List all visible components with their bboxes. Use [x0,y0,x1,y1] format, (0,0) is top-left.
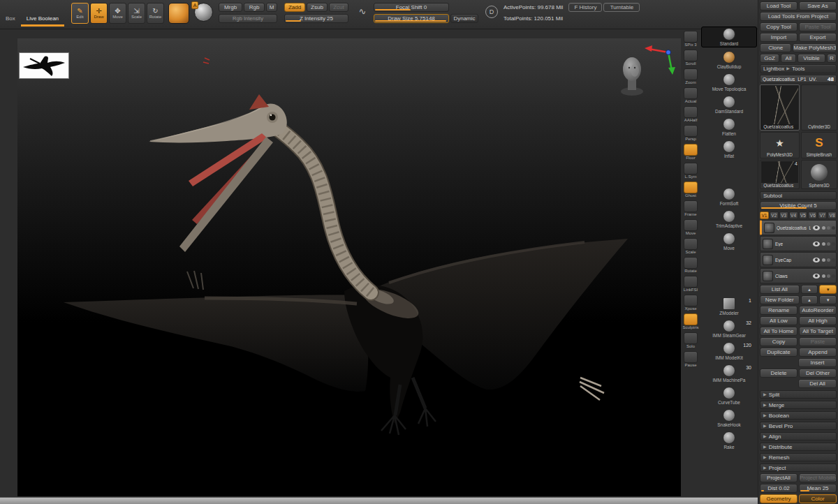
vtab-5[interactable]: V5 [799,212,808,219]
project-all-button[interactable]: ProjectAll [760,473,797,482]
brush-inflat[interactable]: Inflat [701,140,757,159]
folder-down-button[interactable]: ▼ [819,295,837,304]
tool-item-quetzalcoatlus-2[interactable]: 4 Quetzalcoatlus_ [760,160,800,189]
brush-move-topological[interactable]: Move Topologica [701,73,757,92]
shelf-rotate3d-button[interactable]: Rotate [682,257,699,274]
clone-button[interactable]: Clone [760,43,791,52]
brush-rake[interactable]: Rake [701,431,757,450]
visibility-eye-icon[interactable] [813,274,820,279]
visibility-eye-icon[interactable] [813,225,820,230]
subtool-down-button[interactable]: ▼ [819,285,837,294]
subtool-item-eyecap[interactable]: EyeCap [760,252,837,267]
edit-mode-button[interactable]: ✎ Edit [71,3,89,24]
export-button[interactable]: Export [799,33,837,42]
alpha-selector[interactable]: A [194,3,213,22]
turntable-button[interactable]: Turntable [603,3,640,12]
paste-button[interactable]: Paste [799,337,837,346]
color-toggle[interactable]: Color [799,494,837,503]
del-other-button[interactable]: Del Other [799,369,837,378]
snapshot-thumbnail[interactable] [19,52,69,79]
vtab-8[interactable]: V8 [828,212,837,219]
shelf-zoom-button[interactable]: Zoom [682,68,699,85]
rgb-button[interactable]: Rgb [244,3,265,12]
tool-item-cylinder3d[interactable]: Cylinder3D [801,84,837,131]
brush-standard[interactable]: Standard [701,27,757,47]
shelf-scroll-button[interactable]: Scroll [682,50,699,66]
scale-mode-button[interactable]: ⇲ Scale [128,3,145,24]
shelf-linkfsi-button[interactable]: LinkFSI [682,276,699,292]
brush-imm-modelkit[interactable]: 120IMM ModelKit [701,341,757,361]
goz-button[interactable]: GoZ [760,54,779,63]
autoreorder-button[interactable]: AutoReorder [799,306,837,315]
shelf-frame-button[interactable]: Frame [682,200,699,217]
align-section[interactable]: ▶Align [760,432,837,440]
draw-mode-button[interactable]: ✛ Draw [90,3,108,24]
load-tool-button[interactable]: Load Tool [760,1,797,10]
del-all-button[interactable]: Del All [798,379,837,388]
save-as-button[interactable]: Save As [799,1,837,10]
zadd-button[interactable]: Zadd [284,3,305,12]
shelf-persp-button[interactable]: Persp [682,125,699,142]
split-section[interactable]: ▶Split [760,390,837,399]
bevel-pro-section[interactable]: ▶Bevel Pro [760,422,837,430]
mean-slider[interactable]: Mean 25 [799,484,837,493]
subtool-section-header[interactable]: Subtool [760,191,837,200]
load-tools-from-project-button[interactable]: Load Tools From Project [760,12,837,21]
shelf-scale3d-button[interactable]: Scale [682,238,699,255]
brush-damstandard[interactable]: DamStandard [701,95,757,114]
subtool-option-dots-icon[interactable] [822,242,825,246]
rename-button[interactable]: Rename [760,306,797,315]
dynamic-button[interactable]: Dynamic [450,14,478,23]
subtool-up-button[interactable]: ▲ [801,285,818,294]
vtab-3[interactable]: V3 [779,212,788,219]
rgb-intensity-slider[interactable]: Rgb Intensity [219,14,277,23]
sculpt-canvas[interactable] [17,38,681,496]
project-mobility-button[interactable]: Project Mobility [799,473,837,482]
z-intensity-slider[interactable]: Z Intensity 25 [284,14,348,23]
boolean-section[interactable]: ▶Boolean [760,411,837,420]
remesh-section[interactable]: ▶Remesh [760,453,837,461]
subtool-option-dots-icon[interactable] [822,226,825,230]
import-button[interactable]: Import [760,33,797,42]
zcut-button[interactable]: Zcut [329,3,348,12]
subtool-item-claws[interactable]: Claws [760,268,837,283]
folder-up-button[interactable]: ▲ [801,295,818,304]
shelf-actual-button[interactable]: Actual [682,87,699,104]
shelf-solo-button[interactable]: Solo [682,332,699,349]
focal-shift-slider[interactable]: Focal Shift 0 [374,3,449,12]
f-history-button[interactable]: F History [568,3,602,12]
project-section[interactable]: ▶Project [760,464,837,472]
zsub-button[interactable]: Zsub [307,3,328,12]
append-button[interactable]: Append [799,348,837,357]
all-low-button[interactable]: All Low [760,316,797,325]
tab-live-boolean[interactable]: Live Boolean [21,0,64,27]
list-all-button[interactable]: List All [760,285,800,294]
material-swatch[interactable] [168,3,189,24]
vtab-2[interactable]: V2 [770,212,779,219]
paste-tool-button[interactable]: Paste Tool [799,22,837,31]
tool-item-quetzalcoatlus[interactable]: Quetzalcoatlus_ [760,84,800,131]
make-polymesh3d-button[interactable]: Make PolyMesh3D [793,43,837,52]
current-tool-title[interactable]: Quetzalcoatlus_LP1_UV. 48 [760,75,837,83]
new-folder-button[interactable]: New Folder [760,295,800,304]
brush-curvetube[interactable]: CurveTube [701,386,757,406]
copy-tool-button[interactable]: Copy Tool [760,22,797,31]
vtab-4[interactable]: V4 [789,212,798,219]
brush-imm-steamgear[interactable]: 32IMM SteamGear [701,319,757,339]
all-high-button[interactable]: All High [799,316,837,325]
brush-move[interactable]: Move [701,232,757,251]
quetzalcoatlus-model[interactable] [17,38,681,496]
draw-size-slider[interactable]: Draw Size 5.75148 [374,14,449,23]
visibility-eye-icon[interactable] [813,242,820,246]
geometry-toggle[interactable]: Geometry [760,494,797,503]
brush-snakehook[interactable]: SnakeHook [701,408,757,428]
vtab-6[interactable]: V6 [808,212,817,219]
goz-all-button[interactable]: All [781,54,796,63]
rotate-mode-button[interactable]: ↻ Rotate [147,3,164,24]
insert-button[interactable]: Insert [798,358,837,367]
all-to-target-button[interactable]: All To Target [799,327,837,336]
tool-item-sphere3d[interactable]: Sphere3D [801,160,837,189]
dynamic-mode-icon[interactable]: D [485,6,498,18]
duplicate-button[interactable]: Duplicate [760,348,797,357]
tool-item-simplebrush[interactable]: S SimpleBrush [801,132,837,158]
